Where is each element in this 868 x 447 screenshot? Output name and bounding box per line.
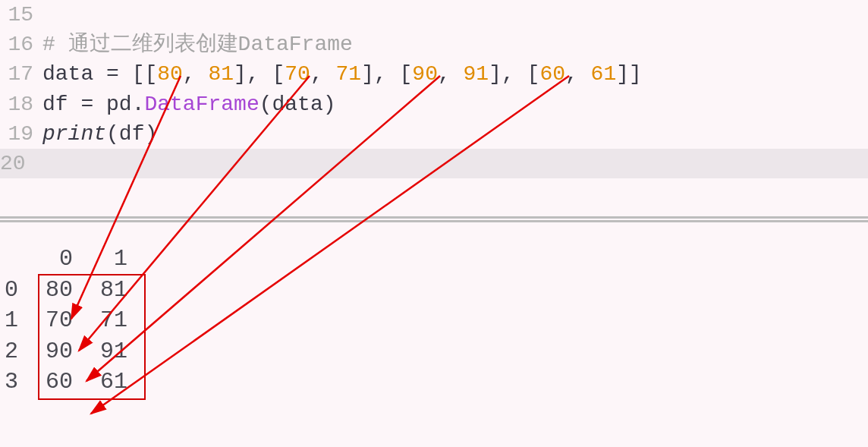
code-line-current: 20 [0,149,868,178]
class-name: DataFrame [144,93,259,116]
line-number: 18 [0,90,42,119]
number-literal: 80 [157,62,183,86]
number-literal: 70 [285,62,310,86]
code-line: 15 [0,0,868,30]
variable: data [42,62,93,86]
output-header: 0 1 [5,244,868,275]
operator: = [93,62,131,86]
number-literal: 71 [336,62,362,86]
number-literal: 81 [208,62,234,86]
code-line: 19 print(df) [0,119,868,149]
code-line: 16 # 通过二维列表创建DataFrame [0,30,868,59]
pane-divider[interactable] [0,216,868,222]
output-row: 3 60 61 [5,367,868,398]
comment: # 通过二维列表创建DataFrame [42,33,353,56]
variable: df [42,93,68,116]
number-literal: 91 [464,62,489,86]
code-editor[interactable]: 15 16 # 通过二维列表创建DataFrame 17 data = [[80… [0,0,868,178]
code-line: 18 df = pd.DataFrame(data) [0,90,868,119]
line-number: 16 [0,30,42,59]
builtin-function: print [42,122,106,146]
number-literal: 90 [412,62,438,86]
code-line: 17 data = [[80, 81], [70, 71], [90, 91],… [0,59,868,89]
bracket: [[ [132,62,158,86]
output-row: 1 70 71 [5,305,868,336]
output-row: 0 80 81 [5,275,868,306]
output-pane: 0 1 0 80 81 1 70 71 2 90 91 3 60 61 [0,244,868,398]
line-number: 17 [0,59,42,89]
number-literal: 60 [539,62,565,86]
line-number: 19 [0,119,42,149]
line-number: 20 [0,152,35,175]
number-literal: 61 [591,62,617,86]
output-row: 2 90 91 [5,336,868,367]
line-number: 15 [0,0,42,30]
